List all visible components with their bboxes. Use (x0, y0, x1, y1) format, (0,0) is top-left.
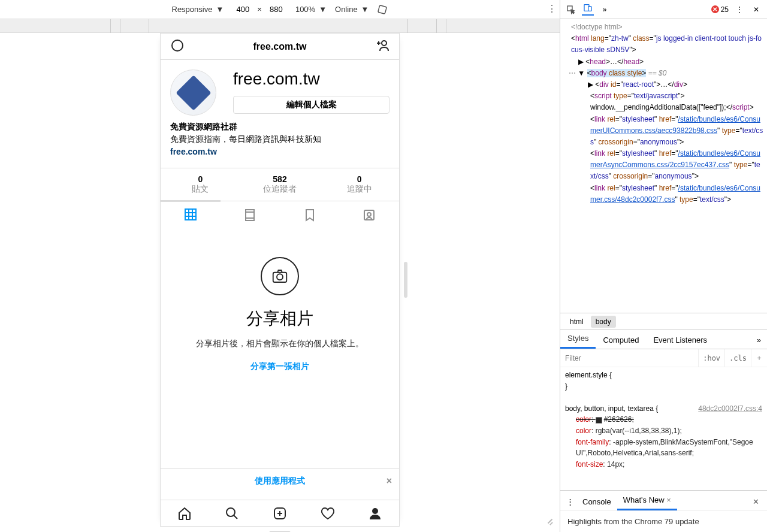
tab-tagged[interactable] (340, 201, 400, 228)
svg-point-1 (172, 40, 183, 51)
tab-event-listeners[interactable]: Event Listeners (646, 331, 714, 349)
edit-profile-button[interactable]: 編輯個人檔案 (233, 96, 389, 114)
height-input[interactable] (265, 5, 287, 14)
avatar[interactable] (170, 69, 216, 116)
nav-profile[interactable] (351, 500, 399, 526)
rotate-button[interactable] (377, 4, 388, 15)
ruler (0, 19, 560, 33)
error-count[interactable]: ✕25 (711, 5, 729, 14)
username: free.com.tw (233, 69, 389, 89)
crumb-html[interactable]: html (565, 316, 588, 328)
tab-styles[interactable]: Styles (560, 330, 596, 349)
times-icon: × (257, 5, 262, 14)
settings-icon[interactable] (170, 38, 185, 55)
device-mode-select[interactable]: Responsive ▼ (172, 5, 224, 14)
tab-grid[interactable] (161, 201, 221, 228)
drawer-tab-console[interactable]: Console (576, 493, 617, 510)
stat-following[interactable]: 0追蹤中 (319, 168, 399, 201)
devtools-panel: » ✕25 ⋮ ✕ <!doctype html><html lang="zh-… (560, 0, 767, 532)
chevron-down-icon: ▼ (361, 5, 369, 14)
svg-rect-4 (246, 210, 254, 220)
add-rule-button[interactable]: ＋ (751, 349, 767, 367)
elements-tree[interactable]: <!doctype html><html lang="zh-tw" class=… (560, 19, 767, 313)
whats-new-content: Highlights from the Chrome 79 update (560, 510, 767, 532)
styles-pane[interactable]: element.style {}48dc2c0002f7.css:4body, … (560, 367, 767, 490)
bottom-nav (161, 500, 399, 526)
profile-tabs (161, 201, 399, 228)
empty-title: 分享相片 (175, 307, 385, 330)
chevron-down-icon: ▼ (319, 5, 327, 14)
bio-name: 免費資源網路社群 (170, 120, 389, 133)
styles-tab-bar: Styles Computed Event Listeners » (560, 330, 767, 349)
styles-filter-row: :hov .cls ＋ (560, 349, 767, 367)
app-banner: 使用應用程式 × (161, 468, 399, 492)
empty-description: 分享相片後，相片會顯示在你的個人檔案上。 (175, 338, 385, 349)
stat-posts[interactable]: 0貼文 (161, 168, 240, 201)
kebab-menu[interactable] (549, 5, 551, 16)
discover-people-icon[interactable] (375, 38, 389, 55)
empty-state: 分享相片 分享相片後，相片會顯示在你的個人檔案上。 分享第一張相片 (161, 228, 399, 401)
svg-rect-14 (588, 7, 591, 11)
use-app-link[interactable]: 使用應用程式 (255, 476, 305, 486)
zoom-select[interactable]: 100% ▼ (295, 5, 327, 14)
svg-rect-3 (185, 209, 196, 220)
nav-activity[interactable] (304, 500, 352, 526)
close-icon[interactable]: ✕ (750, 4, 762, 16)
svg-point-8 (277, 274, 283, 280)
drawer-kebab[interactable]: ⋮ (564, 493, 576, 510)
device-emulation-area: Responsive ▼ × 100% ▼ Online ▼ (0, 0, 560, 532)
chevron-down-icon: ▼ (216, 5, 224, 14)
svg-point-9 (227, 508, 235, 516)
cls-toggle[interactable]: .cls (724, 349, 751, 367)
svg-point-11 (372, 508, 378, 514)
svg-point-6 (367, 213, 371, 216)
kebab-menu[interactable]: ⋮ (733, 4, 745, 16)
inspect-icon[interactable] (565, 4, 577, 16)
close-icon[interactable]: × (386, 476, 392, 486)
overflow-icon[interactable]: » (751, 331, 767, 349)
filter-input[interactable] (560, 352, 698, 365)
width-input[interactable] (232, 5, 253, 14)
throttle-select[interactable]: Online ▼ (335, 5, 369, 14)
stat-followers[interactable]: 582位追蹤者 (240, 168, 320, 201)
camera-icon (261, 257, 299, 295)
nav-home[interactable] (161, 500, 209, 526)
svg-rect-5 (364, 210, 374, 220)
overflow-icon[interactable]: » (599, 4, 611, 16)
nav-search[interactable] (209, 500, 256, 526)
drawer: ⋮ Console What's New × ✕ Highlights from… (560, 490, 767, 532)
page-title: free.com.tw (253, 41, 307, 52)
nav-add[interactable] (256, 500, 304, 526)
drawer-tab-whatsnew[interactable]: What's New × (617, 491, 677, 510)
bio-link[interactable]: free.com.tw (170, 146, 389, 158)
close-icon[interactable]: ✕ (748, 493, 763, 510)
emulation-toolbar: Responsive ▼ × 100% ▼ Online ▼ (0, 0, 560, 19)
tab-feed[interactable] (221, 201, 280, 228)
resize-handle-corner[interactable] (545, 518, 555, 527)
resize-handle-right[interactable] (404, 262, 407, 298)
svg-point-2 (382, 41, 386, 46)
crumb-body[interactable]: body (591, 316, 616, 328)
devtools-toolbar: » ✕25 ⋮ ✕ (560, 0, 767, 19)
share-first-link[interactable]: 分享第一張相片 (175, 361, 385, 372)
emulated-viewport: free.com.tw free.com.tw 編輯個人檔案 免費資源網路社群 … (160, 33, 400, 527)
bio-description: 免費資源指南，每日網路資訊與科技新知 (170, 133, 389, 146)
dom-breadcrumb: html body (560, 313, 767, 330)
ig-top-bar: free.com.tw (161, 34, 399, 60)
tab-saved[interactable] (280, 201, 340, 228)
hov-toggle[interactable]: :hov (698, 349, 724, 367)
profile-stats: 0貼文 582位追蹤者 0追蹤中 (161, 168, 399, 201)
close-icon[interactable]: × (666, 495, 671, 504)
svg-rect-0 (378, 5, 387, 14)
tab-computed[interactable]: Computed (596, 331, 646, 349)
device-toggle-icon[interactable] (582, 4, 594, 16)
